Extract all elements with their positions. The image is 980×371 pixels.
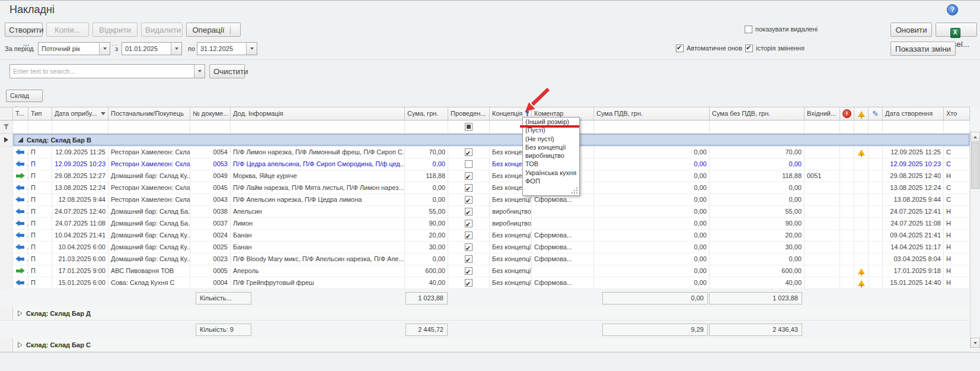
filter-cell[interactable] [805, 121, 840, 133]
posted-cell[interactable] [448, 242, 490, 253]
filter-cell[interactable] [28, 121, 52, 133]
open-button[interactable]: Відкрити ... [92, 23, 138, 37]
popup-resize-grip[interactable] [571, 187, 577, 194]
filter-cell[interactable] [231, 121, 405, 133]
help-icon[interactable]: ? [947, 4, 958, 15]
filter-cell[interactable] [405, 121, 448, 133]
table-row[interactable]: . П 21.03.2025 6:00 Домашний бар: Склад … [0, 253, 970, 265]
refresh-button[interactable]: Оновити [890, 23, 932, 37]
group-row-sklad-bar-d[interactable]: Склад: Склад Бар Д [0, 307, 970, 321]
table-row[interactable]: . П 10.04.2025 6:00 Домашний бар: Склад … [0, 242, 970, 253]
col-header-who[interactable]: Хто [944, 107, 970, 120]
posted-checkbox[interactable] [465, 267, 473, 275]
filter-cell[interactable] [710, 121, 805, 133]
copy-button[interactable]: Копія... [46, 23, 89, 37]
table-row[interactable]: . П 24.07.2025 12:40 Домашний бар: Склад… [0, 206, 970, 218]
posted-checkbox[interactable] [465, 220, 473, 227]
scroll-down-button[interactable] [971, 338, 980, 348]
filter-cell[interactable] [840, 121, 854, 133]
col-header-direction[interactable]: Т... [13, 107, 28, 120]
posted-checkbox[interactable] [465, 232, 473, 239]
filter-popup-item[interactable]: Українська кухня [523, 169, 579, 177]
posted-checkbox[interactable] [465, 172, 473, 180]
filter-popup-item[interactable]: виробництво [523, 151, 579, 160]
auto-update-checkbox[interactable] [676, 45, 684, 52]
col-header-created[interactable]: Дата створення [883, 107, 944, 120]
scrollbar-thumb[interactable] [971, 142, 979, 189]
table-row[interactable]: . П 10.04.2025 21:41 Домашний бар: Склад… [0, 230, 970, 242]
posted-cell[interactable] [448, 277, 490, 289]
posted-checkbox[interactable] [465, 208, 473, 215]
vertical-scrollbar[interactable] [970, 132, 980, 348]
scroll-up-button[interactable] [971, 132, 980, 142]
col-header-incoming[interactable]: Вхідний... [805, 107, 840, 120]
col-header-no-vat[interactable]: Сума без ПДВ, грн. [710, 107, 805, 120]
group-row-sklad-bar-s[interactable]: Склад: Склад Бар С [0, 338, 970, 352]
col-header-errors[interactable]: ! [840, 107, 854, 120]
col-header-sum[interactable]: Сума, грн. [405, 107, 448, 120]
posted-checkbox[interactable] [465, 279, 473, 287]
table-row[interactable]: . П 12.08.2025 9:44 Ресторан Хамелеон: С… [0, 194, 970, 206]
filter-popup-item[interactable]: ФОП [523, 177, 579, 185]
table-row[interactable]: . П 15.01.2025 6:00 Сова: Склад Кухня С … [0, 277, 970, 289]
period-preset-combo[interactable]: Поточний рік [38, 42, 110, 55]
posted-checkbox[interactable] [465, 255, 473, 263]
show-changes-button[interactable]: Показати зміни [890, 42, 956, 56]
col-header-vat[interactable]: Сума ПДВ, грн. [594, 107, 710, 120]
posted-cell[interactable] [448, 218, 490, 230]
posted-cell[interactable] [448, 158, 490, 170]
combo-dropdown-button[interactable] [171, 43, 181, 55]
posted-cell[interactable] [448, 253, 490, 265]
filter-cell[interactable] [869, 121, 883, 133]
posted-checkbox[interactable] [465, 196, 473, 204]
group-row-sklad-bar-v[interactable]: Склад: Склад Бар В [0, 134, 970, 147]
group-expanded-icon[interactable] [18, 137, 23, 142]
posted-checkbox[interactable] [465, 243, 473, 251]
col-header-info[interactable]: Дод. Інформація [231, 107, 405, 120]
table-row[interactable]: . П 12.09.2025 11:25 Ресторан Хамелеон: … [0, 147, 970, 158]
search-input[interactable]: Enter text to search... [9, 64, 205, 78]
table-row[interactable]: . П 13.08.2025 12:24 Ресторан Хамелеон: … [0, 182, 970, 194]
filter-cell[interactable] [594, 121, 710, 133]
filter-popup-item[interactable]: ТОВ [523, 160, 579, 168]
date-to-combo[interactable]: 31.12.2025 [197, 42, 257, 55]
table-row[interactable]: . П 12.09.2025 10:23 Ресторан Хамелеон: … [0, 158, 970, 170]
posted-checkbox[interactable] [465, 148, 473, 156]
table-row[interactable]: . П 29.08.2025 12:27 Домашний бар: Склад… [0, 170, 970, 182]
clear-search-button[interactable]: Очистити [209, 64, 245, 78]
filter-popup-item[interactable]: (Не пусті) [523, 135, 579, 143]
col-header-posted[interactable]: Проведен... [448, 107, 490, 120]
date-from-combo[interactable]: 01.01.2025 [122, 42, 182, 55]
posted-cell[interactable] [448, 147, 490, 158]
posted-cell[interactable] [448, 194, 490, 206]
create-button[interactable]: Створити ... [5, 23, 43, 37]
col-header-supplier[interactable]: Постачальник/Покупець [108, 107, 190, 120]
col-header-edited[interactable]: ✎ [869, 107, 883, 120]
posted-cell[interactable] [448, 265, 490, 277]
posted-cell[interactable] [448, 206, 490, 218]
posted-cell[interactable] [448, 230, 490, 242]
table-row[interactable]: . П 17.01.2025 9:00 АВС Пивоварня ТОВ 00… [0, 265, 970, 277]
posted-checkbox[interactable] [465, 184, 473, 192]
col-header-type[interactable]: Тип [28, 107, 52, 120]
group-collapsed-icon[interactable] [18, 342, 23, 348]
operations-button[interactable]: Операції [186, 23, 241, 37]
col-header-doc-number[interactable]: № докуме... [190, 107, 231, 120]
filter-cell[interactable] [190, 121, 231, 133]
show-deleted-checkbox[interactable] [745, 26, 752, 33]
filter-cell[interactable] [883, 121, 944, 133]
filter-popup-item[interactable]: Без концепції [523, 143, 579, 151]
posted-checkbox[interactable] [465, 160, 473, 168]
group-collapsed-icon[interactable] [18, 310, 23, 316]
table-row[interactable]: . П 24.07.2025 11:08 Домашний бар: Склад… [0, 218, 970, 230]
history-checkbox[interactable] [745, 45, 753, 52]
group-by-chip-sklad[interactable]: Склад [6, 90, 43, 102]
col-header-date[interactable]: Дата оприбу... [52, 107, 108, 120]
filter-cell[interactable] [13, 121, 28, 133]
posted-cell[interactable] [448, 170, 490, 182]
posted-filter-checkbox[interactable] [448, 121, 490, 133]
combo-dropdown-button[interactable] [246, 43, 257, 55]
delete-button[interactable]: Видалити [141, 23, 183, 37]
filter-cell[interactable] [108, 121, 190, 133]
search-dropdown-button[interactable] [194, 65, 205, 78]
